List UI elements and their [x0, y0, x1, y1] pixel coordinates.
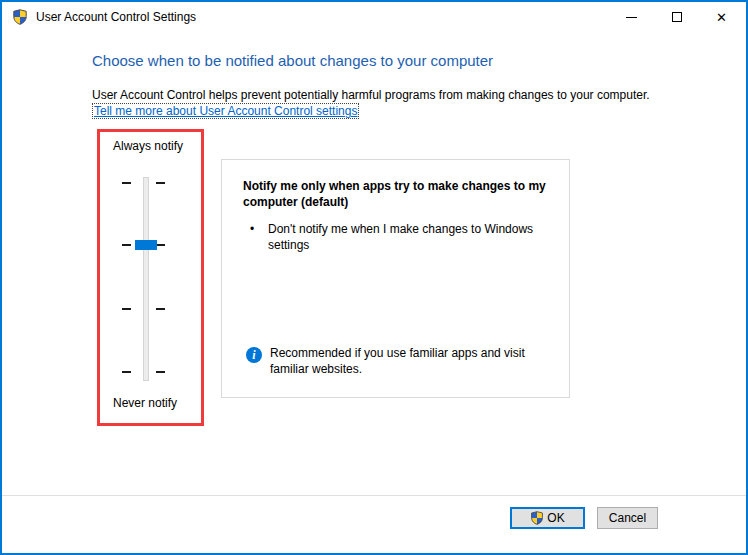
- note-text: Recommended if you use familiar apps and…: [270, 346, 562, 377]
- bullet-text: Don't notify me when I make changes to W…: [268, 222, 560, 253]
- cancel-button-label: Cancel: [609, 511, 646, 525]
- tell-me-more-link[interactable]: Tell me more about User Account Control …: [92, 103, 359, 119]
- notification-detail-panel: Notify me only when apps try to make cha…: [221, 159, 570, 398]
- cancel-button[interactable]: Cancel: [597, 507, 658, 529]
- detail-title: Notify me only when apps try to make cha…: [243, 179, 563, 210]
- minimize-icon: [626, 17, 637, 18]
- slider-tick: [156, 371, 165, 373]
- titlebar: User Account Control Settings ✕: [2, 2, 746, 32]
- maximize-button[interactable]: [654, 2, 699, 32]
- footer-divider: [2, 495, 746, 496]
- uac-shield-icon: [12, 9, 28, 25]
- close-button[interactable]: ✕: [699, 2, 744, 32]
- ok-button[interactable]: OK: [510, 507, 585, 529]
- detail-bullet-item: • Don't notify me when I make changes to…: [250, 222, 560, 253]
- slider-tick: [122, 308, 131, 310]
- window-title: User Account Control Settings: [36, 10, 196, 24]
- uac-shield-icon: [530, 511, 544, 525]
- info-icon: i: [246, 347, 262, 363]
- close-icon: ✕: [716, 11, 727, 24]
- slider-tick: [122, 371, 131, 373]
- notification-slider-track[interactable]: [143, 177, 149, 381]
- description-text: User Account Control helps prevent poten…: [92, 88, 650, 102]
- slider-bottom-label: Never notify: [113, 396, 177, 410]
- window-controls: ✕: [609, 2, 744, 32]
- uac-settings-window: User Account Control Settings ✕ Choose w…: [0, 0, 748, 555]
- slider-tick: [156, 308, 165, 310]
- notification-slider-handle[interactable]: [135, 240, 157, 250]
- recommendation-note: i Recommended if you use familiar apps a…: [246, 346, 562, 377]
- page-title: Choose when to be notified about changes…: [92, 52, 493, 69]
- slider-top-label: Always notify: [113, 139, 183, 153]
- minimize-button[interactable]: [609, 2, 654, 32]
- maximize-icon: [672, 12, 682, 22]
- ok-button-label: OK: [547, 511, 564, 525]
- bullet-icon: •: [250, 222, 268, 253]
- slider-tick: [122, 182, 131, 184]
- highlight-annotation: Always notify Never notify: [97, 129, 204, 426]
- slider-tick: [156, 182, 165, 184]
- slider-tick: [122, 244, 131, 246]
- slider-tick: [156, 244, 165, 246]
